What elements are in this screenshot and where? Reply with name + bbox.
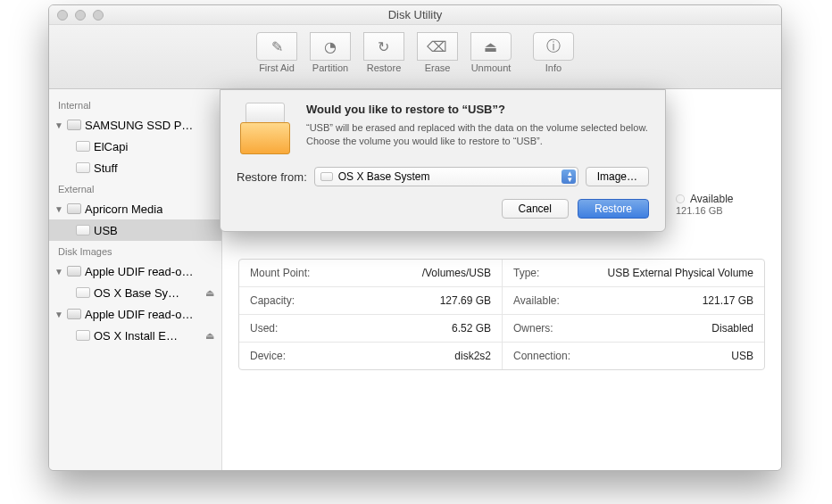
titlebar: Disk Utility [49, 5, 781, 25]
image-button[interactable]: Image… [586, 167, 649, 186]
cancel-button[interactable]: Cancel [502, 199, 569, 219]
sheet-body: “USB” will be erased and replaced with t… [306, 121, 649, 149]
dmg-icon [67, 309, 81, 319]
restore-button[interactable]: ↻ Restore [357, 32, 411, 73]
volume-icon [76, 162, 90, 173]
eject-icon: ⏏ [470, 32, 512, 61]
first-aid-button[interactable]: ✎ First Aid [250, 32, 304, 73]
volume-icon [76, 287, 90, 298]
chevron-updown-icon: ▴▾ [568, 170, 572, 183]
restore-from-value: OS X Base System [338, 170, 430, 183]
restore-icon: ↻ [363, 32, 404, 61]
dmg-icon [67, 266, 81, 277]
info-icon: ⓘ [533, 32, 574, 61]
restore-from-select[interactable]: OS X Base System ▴▾ [314, 167, 578, 186]
info-owners: Owners:Disabled [502, 315, 764, 343]
info-used: Used:6.52 GB [239, 315, 502, 343]
info-button[interactable]: ⓘ Info [527, 32, 580, 73]
volume-icon [76, 141, 90, 152]
unmount-button[interactable]: ⏏ Unmount [464, 32, 518, 73]
sidebar-item-external-disk[interactable]: ▼ Apricorn Media [49, 198, 221, 219]
section-external: External [49, 178, 221, 198]
info-type: Type:USB External Physical Volume [502, 260, 764, 287]
info-capacity: Capacity:127.69 GB [239, 287, 502, 315]
disk-utility-window: Disk Utility ✎ First Aid ◔ Partition ↻ R… [48, 4, 782, 471]
sidebar-item-install-esd[interactable]: OS X Install E… ⏏ [49, 325, 221, 346]
disclosure-triangle-icon[interactable]: ▼ [54, 267, 63, 277]
sidebar-item-image1[interactable]: ▼ Apple UDIF read-o… [49, 260, 221, 282]
disk-icon [67, 203, 81, 214]
stethoscope-icon: ✎ [256, 32, 297, 61]
disclosure-triangle-icon[interactable]: ▼ [54, 204, 63, 214]
disclosure-triangle-icon[interactable]: ▼ [54, 120, 63, 130]
restore-confirm-button[interactable]: Restore [578, 199, 649, 219]
info-mount-point: Mount Point:/Volumes/USB [239, 260, 502, 287]
info-connection: Connection:USB [502, 343, 764, 369]
eject-icon[interactable]: ⏏ [205, 287, 214, 299]
section-internal: Internal [49, 95, 221, 114]
volume-icon [320, 172, 333, 181]
sidebar-item-elcapi[interactable]: ElCapi [49, 136, 221, 157]
volume-info-table: Mount Point:/Volumes/USB Type:USB Extern… [238, 259, 765, 370]
section-disk-images: Disk Images [49, 241, 221, 260]
disk-icon [67, 120, 81, 130]
info-available: Available:121.17 GB [502, 287, 764, 315]
pie-icon: ◔ [310, 32, 351, 61]
restore-sheet: Would you like to restore to “USB”? “USB… [220, 89, 666, 232]
disclosure-triangle-icon[interactable]: ▼ [54, 310, 63, 319]
toolbar: ✎ First Aid ◔ Partition ↻ Restore ⌫ Eras… [49, 25, 781, 89]
sidebar-item-internal-disk[interactable]: ▼ SAMSUNG SSD P… [49, 114, 221, 136]
restore-from-label: Restore from: [237, 170, 307, 184]
partition-button[interactable]: ◔ Partition [304, 32, 357, 73]
sidebar-item-base-system[interactable]: OS X Base Sy… ⏏ [49, 282, 221, 303]
usage-item: Available121.16 GB [676, 193, 738, 216]
volume-icon [76, 330, 90, 341]
sidebar-item-stuff[interactable]: Stuff [49, 157, 221, 178]
erase-icon: ⌫ [417, 32, 458, 61]
external-drive-icon [237, 103, 294, 154]
sidebar-item-usb[interactable]: USB [49, 219, 221, 241]
sheet-title: Would you like to restore to “USB”? [306, 103, 649, 116]
info-device: Device:disk2s2 [239, 343, 502, 369]
eject-icon[interactable]: ⏏ [205, 330, 214, 342]
volume-icon [76, 225, 90, 235]
sidebar: Internal ▼ SAMSUNG SSD P… ElCapi Stuff E… [49, 89, 222, 470]
erase-button[interactable]: ⌫ Erase [411, 32, 464, 73]
window-title: Disk Utility [49, 8, 781, 21]
sidebar-item-image2[interactable]: ▼ Apple UDIF read-o… [49, 303, 221, 325]
